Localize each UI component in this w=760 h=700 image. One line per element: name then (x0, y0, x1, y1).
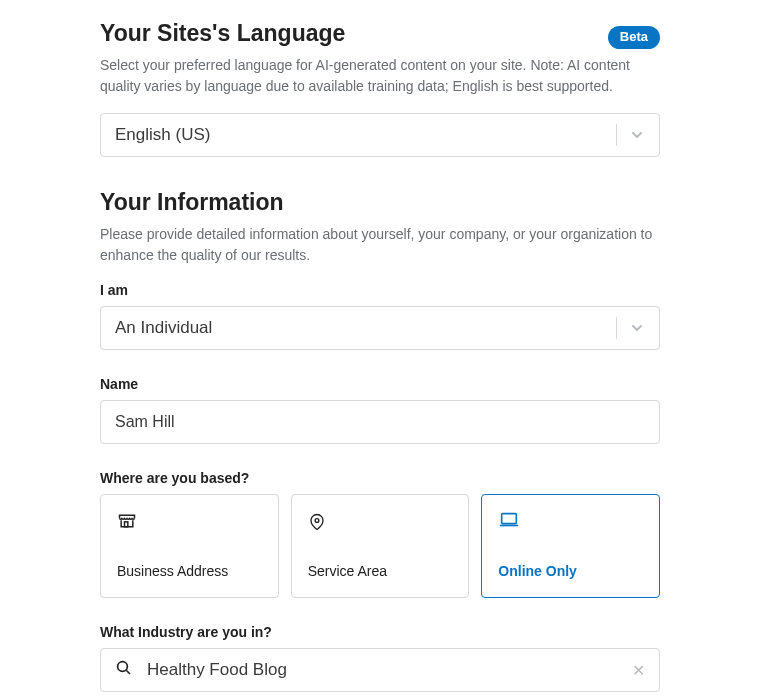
iam-select[interactable]: An Individual (100, 306, 660, 350)
language-heading-row: Your Sites's Language Beta (100, 20, 660, 55)
based-options: Business Address Service Area (100, 494, 660, 598)
language-description: Select your preferred language for AI-ge… (100, 55, 660, 97)
industry-label: What Industry are you in? (100, 624, 660, 640)
name-field: Name (100, 376, 660, 444)
select-divider (616, 124, 617, 146)
svg-point-3 (118, 662, 128, 672)
industry-field: What Industry are you in? Healthy Food B… (100, 624, 660, 692)
industry-value: Healthy Food Blog (147, 660, 632, 680)
svg-point-1 (315, 519, 319, 523)
chevron-down-icon (629, 320, 645, 336)
based-label: Where are you based? (100, 470, 660, 486)
storefront-icon (117, 511, 262, 543)
option-online-label: Online Only (498, 563, 643, 579)
svg-rect-0 (125, 522, 128, 527)
option-business-address[interactable]: Business Address (100, 494, 279, 598)
option-service-label: Service Area (308, 563, 453, 579)
option-business-label: Business Address (117, 563, 262, 579)
industry-search[interactable]: Healthy Food Blog ✕ (100, 648, 660, 692)
iam-select-value: An Individual (115, 318, 608, 338)
information-title: Your Information (100, 189, 660, 216)
language-title: Your Sites's Language (100, 20, 345, 47)
information-section: Your Information Please provide detailed… (100, 189, 660, 692)
chevron-down-icon (629, 127, 645, 143)
language-select[interactable]: English (US) (100, 113, 660, 157)
search-icon (115, 659, 133, 681)
beta-badge: Beta (608, 26, 660, 49)
based-field: Where are you based? Business Address (100, 470, 660, 598)
language-section: Your Sites's Language Beta Select your p… (100, 20, 660, 157)
laptop-icon (498, 511, 643, 543)
svg-rect-2 (502, 514, 517, 524)
name-label: Name (100, 376, 660, 392)
location-pin-icon (308, 511, 453, 543)
option-online-only[interactable]: Online Only (481, 494, 660, 598)
clear-icon[interactable]: ✕ (632, 661, 645, 680)
name-input[interactable] (100, 400, 660, 444)
information-description: Please provide detailed information abou… (100, 224, 660, 266)
iam-field: I am An Individual (100, 282, 660, 350)
language-select-value: English (US) (115, 125, 608, 145)
iam-label: I am (100, 282, 660, 298)
option-service-area[interactable]: Service Area (291, 494, 470, 598)
select-divider (616, 317, 617, 339)
